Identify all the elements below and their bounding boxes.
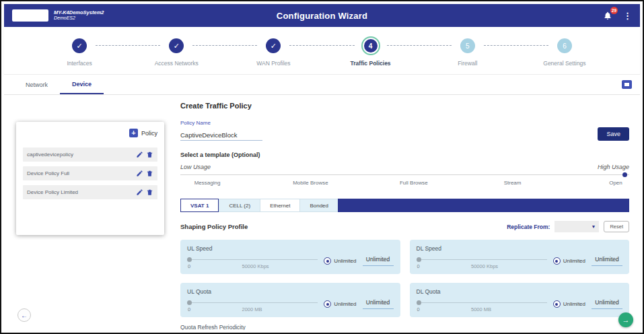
brand-logo — [12, 9, 48, 22]
tick-stream[interactable]: Stream — [504, 180, 522, 186]
policy-list-item[interactable]: Device Policy Limited — [23, 185, 157, 199]
slider-handle[interactable] — [417, 300, 421, 305]
policy-list-card: + Policy captivedevicepolicy Device Poli… — [16, 122, 164, 235]
back-button[interactable]: ← — [17, 308, 31, 322]
radio-selected-icon — [324, 257, 331, 265]
edit-icon[interactable] — [136, 170, 143, 177]
policy-name-row: Save — [180, 127, 629, 141]
policy-name: Device Policy Full — [27, 170, 69, 176]
panel-toggle-button[interactable] — [622, 80, 632, 89]
tab-vsat-1[interactable]: VSAT 1 — [180, 199, 219, 212]
slider-max-label: 5000 MB — [471, 306, 491, 312]
quota-refresh-periodicity-label: Quota Refresh Periodicity — [180, 324, 629, 330]
ul-quota-unlimited-radio[interactable]: Unlimited — [324, 300, 356, 308]
ul-speed-unlimited-radio[interactable]: Unlimited — [324, 257, 356, 265]
ul-speed-value-field[interactable]: Unlimited — [363, 256, 394, 266]
scope-tabs: Network Device — [4, 75, 640, 95]
policy-item-actions — [136, 170, 153, 177]
overflow-menu-button[interactable]: ⋮ — [623, 11, 632, 20]
dl-quota-panel: DL Quota 0 5000 MB Unlimited Unlimited — [410, 283, 630, 317]
tab-device[interactable]: Device — [60, 75, 104, 94]
add-policy-button[interactable]: + — [129, 129, 138, 137]
panel-title: DL Speed — [417, 245, 623, 252]
edit-icon[interactable] — [136, 151, 143, 158]
radio-selected-icon — [553, 300, 561, 308]
shaping-header: Shaping Policy Profile Replicate From: ▼… — [180, 221, 629, 232]
radio-label: Unlimited — [563, 258, 585, 264]
panel-title: DL Quota — [417, 288, 623, 295]
dl-quota-value-field[interactable]: Unlimited — [592, 299, 622, 309]
tick-messaging[interactable]: Messaging — [194, 180, 221, 186]
step-number: 4 — [364, 39, 378, 53]
app-frame: MY-K4DemoSystem2 DemoES2 Configuration W… — [0, 0, 644, 334]
policy-item-actions — [136, 151, 153, 158]
notifications-button[interactable]: 29 — [603, 11, 612, 20]
step-label: WAN Profiles — [256, 60, 290, 67]
ul-quota-value-field[interactable]: Unlimited — [363, 299, 394, 309]
ul-quota-slider[interactable]: 0 2000 MB — [187, 300, 318, 312]
step-label: Interfaces — [67, 60, 92, 67]
step-general-settings[interactable]: 6 General Settings — [516, 36, 613, 67]
plus-icon: + — [131, 129, 135, 137]
template-slider-handle[interactable] — [622, 172, 627, 177]
shaping-panels: UL Speed 0 50000 Kbps Unlimited Unlimi — [180, 240, 629, 317]
replicate-from-dropdown[interactable]: ▼ — [554, 221, 599, 232]
slider-handle[interactable] — [187, 257, 192, 262]
step-check-icon: ✓ — [72, 38, 87, 53]
main-content: + Policy captivedevicepolicy Device Poli… — [4, 95, 640, 330]
step-interfaces[interactable]: ✓ Interfaces — [31, 36, 128, 67]
tab-cell[interactable]: CELL (2) — [219, 199, 260, 212]
ul-quota-panel: UL Quota 0 2000 MB Unlimited Unlimited — [180, 283, 400, 317]
next-button[interactable]: → — [618, 312, 633, 327]
policy-list-item[interactable]: captivedevicepolicy — [23, 147, 157, 162]
delete-icon[interactable] — [146, 170, 153, 177]
step-traffic-policies[interactable]: 4 Traffic Policies — [322, 36, 419, 67]
dl-quota-unlimited-radio[interactable]: Unlimited — [553, 300, 585, 308]
step-firewall[interactable]: 5 Firewall — [419, 36, 516, 67]
tab-ethernet[interactable]: Ethernet — [260, 199, 299, 212]
step-check-icon: ✓ — [266, 38, 281, 53]
replicate-from-label: Replicate From: — [507, 224, 550, 230]
step-wan-profiles[interactable]: ✓ WAN Profiles — [225, 36, 322, 67]
policy-list-item[interactable]: Device Policy Full — [23, 166, 157, 180]
tab-network[interactable]: Network — [13, 75, 60, 94]
tab-bonded[interactable]: Bonded — [299, 199, 338, 212]
step-label: Traffic Policies — [351, 60, 391, 67]
vertical-dots-icon: ⋮ — [623, 11, 632, 21]
step-access-networks[interactable]: ✓ Access Networks — [128, 36, 225, 67]
tick-full-browse[interactable]: Full Browse — [400, 180, 428, 186]
slider-handle[interactable] — [417, 257, 421, 262]
step-number: 6 — [557, 38, 572, 53]
shaping-title: Shaping Policy Profile — [180, 223, 248, 230]
add-policy-label: Policy — [141, 130, 157, 137]
dl-quota-slider[interactable]: 0 5000 MB — [417, 300, 547, 312]
interface-tabs: VSAT 1 CELL (2) Ethernet Bonded — [180, 199, 629, 212]
policy-item-actions — [136, 189, 153, 196]
page-title: Configuration Wizard — [277, 11, 367, 21]
step-label: General Settings — [543, 60, 585, 67]
template-slider[interactable] — [180, 172, 629, 178]
policy-name-input[interactable] — [180, 130, 262, 141]
interface-tabs-filler-bar — [338, 199, 629, 212]
edit-icon[interactable] — [136, 189, 143, 196]
replicate-controls: Replicate From: ▼ Reset — [507, 221, 629, 232]
slider-max-label: 50000 Kbps — [242, 263, 269, 269]
radio-selected-icon — [553, 257, 561, 265]
reset-button[interactable]: Reset — [604, 221, 629, 232]
dl-speed-slider[interactable]: 0 50000 Kbps — [417, 257, 547, 269]
slider-handle[interactable] — [187, 300, 192, 305]
dl-speed-value-field[interactable]: Unlimited — [592, 256, 622, 266]
dl-speed-unlimited-radio[interactable]: Unlimited — [553, 257, 585, 265]
tick-open[interactable]: Open — [609, 180, 622, 186]
step-label: Firewall — [458, 60, 477, 67]
delete-icon[interactable] — [146, 189, 153, 196]
ul-speed-slider[interactable]: 0 50000 Kbps — [187, 257, 318, 269]
tick-mobile-browse[interactable]: Mobile Browse — [293, 180, 328, 186]
template-section-label: Select a template (Optional) — [180, 152, 629, 158]
system-name: MY-K4DemoSystem2 — [54, 9, 104, 15]
panel-title: UL Speed — [187, 245, 394, 252]
save-button[interactable]: Save — [598, 127, 629, 141]
delete-icon[interactable] — [146, 151, 153, 158]
slider-min-label: 0 — [417, 306, 420, 312]
policy-card-header: + Policy — [16, 129, 164, 137]
